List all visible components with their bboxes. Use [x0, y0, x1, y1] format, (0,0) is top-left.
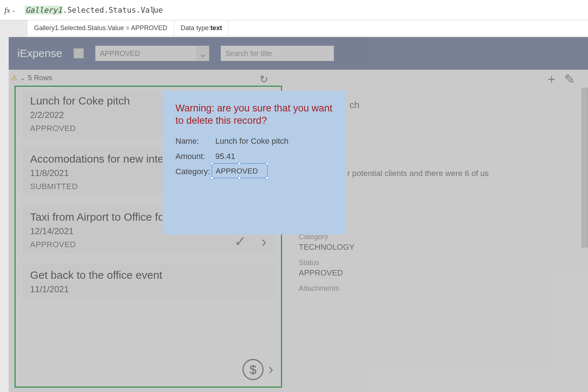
chevron-right-icon[interactable]: ›: [261, 233, 266, 250]
formula-highlight: Gallery1: [25, 6, 63, 15]
modal-name-value: Lunch for Coke pitch: [215, 136, 289, 146]
app-header: iExpense APPROVED ⌄ Search for title: [9, 37, 588, 70]
formula-datatype: Data type: text: [174, 20, 229, 36]
delete-confirmation-modal: Warning: are you sure that you want to d…: [162, 91, 346, 234]
field-value-category: TECHNOLOGY: [299, 242, 574, 252]
selected-label-text: APPROVED: [216, 167, 258, 175]
resize-handle[interactable]: [238, 162, 241, 165]
add-icon[interactable]: +: [548, 72, 555, 87]
detail-description: r potential clients and there were 6 of …: [347, 169, 574, 178]
datatype-label: Data type:: [181, 24, 210, 32]
search-placeholder: Search for title: [225, 49, 272, 58]
modal-warning-text: Warning: are you sure that you want to d…: [175, 102, 333, 127]
edit-icon[interactable]: ✎: [564, 72, 575, 87]
top-actions: + ✎: [548, 72, 575, 87]
formula-input[interactable]: Gallery1.Selected.Status.Value: [25, 6, 163, 15]
approve-check-icon[interactable]: ✓: [234, 233, 247, 250]
fx-label: fx: [4, 5, 10, 15]
field-value-status: APPROVED: [299, 268, 574, 278]
item-status: APPROVED: [30, 240, 266, 249]
row-count-label: 5 Rows: [28, 74, 52, 82]
formula-bar[interactable]: fx ⌄ Gallery1.Selected.Status.Value: [0, 0, 588, 20]
resize-handle[interactable]: [210, 162, 214, 165]
canvas: iExpense APPROVED ⌄ Search for title ⚠ ⌄…: [9, 37, 588, 392]
list-item[interactable]: Get back to the office event 11/1/2021: [23, 264, 274, 299]
scrollbar[interactable]: [581, 88, 588, 248]
formula-text-segment: .Selected.Status.Val: [63, 6, 154, 15]
field-label-status: Status: [299, 258, 574, 267]
modal-amount-value: 95.41: [215, 152, 235, 161]
resize-handle[interactable]: [210, 176, 214, 180]
resize-handle[interactable]: [266, 176, 269, 180]
refresh-icon[interactable]: ↻: [260, 73, 268, 85]
item-date: 11/1/2021: [30, 284, 266, 294]
chevron-down-icon: ⌄: [196, 46, 209, 61]
status-dropdown[interactable]: APPROVED ⌄: [95, 46, 209, 61]
filter-checkbox[interactable]: [74, 48, 84, 58]
modal-name-label: Name:: [175, 136, 210, 146]
item-title: Get back to the office event: [30, 269, 266, 281]
modal-category-label: Category:: [175, 167, 210, 176]
modal-amount-label: Amount:: [175, 152, 210, 161]
chevron-right-icon[interactable]: ›: [268, 360, 273, 378]
formula-result: Gallery1.Selected.Status.Value = APPROVE…: [28, 20, 174, 36]
search-input[interactable]: Search for title: [221, 46, 334, 61]
field-label-attachments: Attachments: [299, 284, 574, 293]
warning-icon: ⚠: [11, 73, 17, 82]
formula-result-bar: Gallery1.Selected.Status.Value = APPROVE…: [28, 20, 588, 36]
dropdown-value: APPROVED: [100, 49, 140, 58]
formula-text-tail: ue: [154, 6, 163, 15]
resize-handle[interactable]: [266, 162, 269, 165]
chevron-down-icon[interactable]: ⌄: [12, 7, 16, 13]
selected-label-control[interactable]: APPROVED: [212, 163, 268, 178]
row-count-bar: ⚠ ⌄ 5 Rows: [15, 73, 479, 82]
app-title: iExpense: [17, 47, 62, 60]
resize-handle[interactable]: [238, 176, 241, 180]
datatype-value: text: [210, 24, 222, 32]
collapse-chevron-icon[interactable]: ⌄: [20, 73, 26, 82]
detail-title-fragment: ch: [349, 99, 574, 111]
currency-icon[interactable]: $: [243, 359, 264, 380]
